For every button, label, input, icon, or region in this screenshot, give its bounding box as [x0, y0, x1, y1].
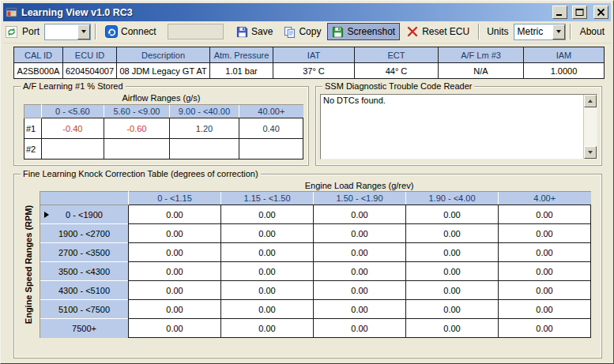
knock-cell[interactable]: 0.00 — [314, 281, 406, 300]
maximize-icon — [574, 8, 585, 17]
knock-row-header[interactable]: 5100 - <7500 — [40, 300, 129, 319]
knock-row-header[interactable]: 7500+ — [40, 319, 129, 338]
chevron-down-icon — [81, 30, 86, 33]
af-cell[interactable]: 0.40 — [239, 118, 303, 139]
knock-cell[interactable]: 0.00 — [499, 224, 591, 243]
knock-row-header[interactable]: 3500 - <4300 — [40, 262, 129, 281]
af-cell[interactable] — [104, 139, 170, 159]
knock-cell[interactable]: 0.00 — [499, 300, 591, 319]
knock-row-header[interactable]: 4300 - <5100 — [40, 281, 129, 300]
units-combobox-arrow[interactable] — [552, 24, 565, 39]
knock-cell[interactable]: 0.00 — [406, 319, 499, 338]
units-combobox[interactable]: Metric — [514, 24, 566, 40]
knock-cell[interactable]: 0.00 — [129, 300, 221, 319]
knock-table-row: 3500 - <43000.000.000.000.000.00 — [40, 262, 591, 281]
maximize-button[interactable] — [572, 6, 587, 19]
knock-cell[interactable]: 0.00 — [314, 243, 406, 262]
connect-label: Connect — [121, 26, 156, 37]
scroll-up-button[interactable] — [584, 95, 597, 107]
knock-row-header[interactable]: 0 - <1900 — [40, 205, 129, 224]
knock-cell[interactable]: 0.00 — [129, 262, 221, 281]
toolbar: Port Connect — [3, 21, 611, 43]
knock-row-header[interactable]: 2700 - <3500 — [40, 243, 129, 262]
port-refresh-icon[interactable] — [6, 26, 17, 38]
info-header-cell: IAT — [273, 47, 355, 63]
knock-table-row: 7500+0.000.000.000.000.00 — [40, 319, 591, 338]
port-combobox-arrow[interactable] — [77, 24, 90, 39]
af-cell[interactable]: 1.20 — [169, 118, 239, 139]
knock-cell[interactable]: 0.00 — [499, 319, 591, 338]
knock-cell[interactable]: 0.00 — [129, 319, 221, 338]
knock-cell[interactable]: 0.00 — [499, 281, 591, 300]
connect-button[interactable]: Connect — [100, 23, 161, 40]
knock-cell[interactable]: 0.00 — [129, 243, 221, 262]
info-value-cell: A2SB000A — [14, 63, 63, 79]
minimize-button[interactable] — [552, 6, 567, 19]
units-label: Units — [484, 26, 511, 37]
knock-cell[interactable]: 0.00 — [314, 262, 406, 281]
knock-cell[interactable]: 0.00 — [221, 300, 314, 319]
info-value-cell: 6204504007 — [63, 63, 117, 79]
knock-cell[interactable]: 0.00 — [314, 224, 406, 243]
port-combobox-value — [45, 24, 77, 39]
knock-cell[interactable]: 0.00 — [221, 205, 314, 224]
port-label: Port — [19, 26, 43, 37]
knock-cell[interactable]: 0.00 — [221, 319, 314, 338]
knock-cell[interactable]: 0.00 — [314, 205, 406, 224]
knock-col-header: 4.00+ — [499, 192, 591, 205]
knock-cell[interactable]: 0.00 — [221, 262, 314, 281]
knock-cell[interactable]: 0.00 — [129, 224, 221, 243]
af-row-header[interactable]: #1 — [24, 118, 42, 139]
info-value-cell: 08 JDM Legacy GT AT — [117, 63, 210, 79]
af-cell[interactable] — [41, 139, 104, 159]
info-header-cell: A/F Lm #3 — [439, 47, 524, 63]
knock-cell[interactable]: 0.00 — [221, 243, 314, 262]
info-header-cell: IAM — [524, 47, 605, 63]
about-button[interactable]: About — [575, 23, 609, 40]
af-cell[interactable]: -0.40 — [41, 118, 104, 139]
knock-cell[interactable]: 0.00 — [314, 319, 406, 338]
knock-cell[interactable]: 0.00 — [406, 243, 499, 262]
knock-cell[interactable]: 0.00 — [406, 205, 499, 224]
knock-cell[interactable]: 0.00 — [499, 243, 591, 262]
close-button[interactable] — [593, 6, 608, 19]
close-icon — [596, 8, 606, 17]
info-header-cell: Atm. Pressure — [210, 47, 273, 63]
toolbar-separator — [95, 24, 96, 39]
save-button[interactable]: Save — [232, 23, 277, 40]
af-cell[interactable] — [239, 139, 303, 159]
af-learning-group-title: A/F Learning #1 % Stored — [21, 81, 126, 91]
af-col-header: 9.00 - <40.00 — [169, 105, 239, 118]
knock-cell[interactable]: 0.00 — [314, 300, 406, 319]
knock-cell[interactable]: 0.00 — [499, 205, 591, 224]
knock-cell[interactable]: 0.00 — [129, 205, 221, 224]
knock-cell[interactable]: 0.00 — [221, 281, 314, 300]
scroll-down-button[interactable] — [584, 146, 597, 159]
knock-cell[interactable]: 0.00 — [406, 281, 499, 300]
screenshot-button[interactable]: Screenshot — [327, 23, 400, 40]
arrow-down-icon — [588, 151, 593, 154]
scrollbar-track[interactable] — [584, 107, 597, 146]
knock-table-body: Engine Speed Ranges (RPM) 0 - <1.151.15 … — [17, 191, 598, 338]
knock-cell[interactable]: 0.00 — [499, 262, 591, 281]
info-header-cell: ECU ID — [63, 47, 117, 63]
knock-cell[interactable]: 0.00 — [406, 300, 499, 319]
knock-table-row: 4300 - <51000.000.000.000.000.00 — [40, 281, 591, 300]
connect-status-field[interactable] — [168, 24, 224, 39]
knock-cell[interactable]: 0.00 — [129, 281, 221, 300]
dtc-reader-group-title: SSM Diagnostic Trouble Code Reader — [322, 81, 474, 91]
knock-correction-group-title: Fine Learning Knock Correction Table (de… — [21, 169, 261, 178]
knock-row-header[interactable]: 1900 - <2700 — [40, 224, 129, 243]
knock-cell[interactable]: 0.00 — [406, 224, 499, 243]
dtc-output-box[interactable]: No DTCs found. — [320, 94, 597, 159]
port-combobox[interactable] — [44, 24, 91, 40]
knock-cell[interactable]: 0.00 — [221, 224, 314, 243]
reset-ecu-button[interactable]: Reset ECU — [401, 23, 474, 40]
dtc-scrollbar[interactable] — [583, 95, 597, 159]
af-cell[interactable] — [169, 139, 239, 159]
knock-cell[interactable]: 0.00 — [406, 262, 499, 281]
copy-button[interactable]: Copy — [279, 23, 326, 40]
af-row-header[interactable]: #2 — [24, 139, 42, 159]
knock-col-header: 1.90 - <4.00 — [406, 192, 499, 205]
af-cell[interactable]: -0.60 — [104, 118, 170, 139]
